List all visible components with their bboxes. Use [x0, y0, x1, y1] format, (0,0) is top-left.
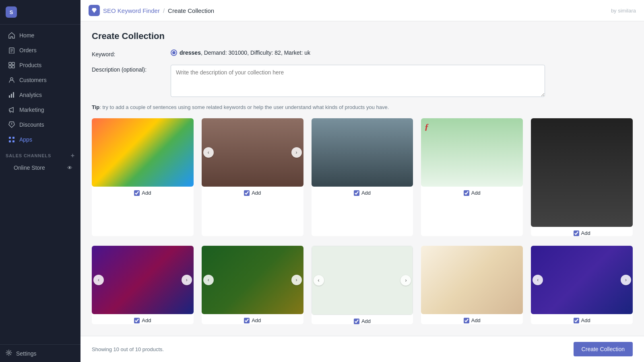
product-next-arrow-2[interactable]: ›	[291, 147, 302, 158]
eye-icon: 👁	[67, 165, 72, 171]
keyword-radio[interactable]	[171, 49, 177, 56]
product-add-label-2: Add	[252, 190, 261, 196]
product-checkbox-4[interactable]	[464, 190, 469, 196]
product-add-8: Add	[354, 318, 371, 324]
description-textarea[interactable]	[171, 65, 545, 97]
online-store-label: Online Store	[14, 165, 45, 171]
sidebar-item-label-products: Products	[19, 62, 41, 68]
product-image-5	[531, 118, 633, 227]
product-add-label-7: Add	[252, 317, 261, 323]
product-prev-arrow-8[interactable]: ‹	[314, 275, 324, 286]
product-image-9	[421, 246, 523, 314]
product-checkbox-10[interactable]	[574, 318, 579, 323]
product-prev-arrow-7[interactable]: ‹	[203, 275, 214, 285]
product-add-4: Add	[464, 190, 481, 196]
product-card-5: Add	[531, 118, 633, 236]
sidebar: S Home Orders Products Customers	[0, 0, 80, 362]
sidebar-item-label-analytics: Analytics	[19, 92, 42, 98]
product-add-label-4: Add	[471, 190, 481, 196]
product-image-7: ‹ ›	[202, 246, 303, 314]
svg-point-17	[8, 352, 10, 354]
svg-rect-10	[11, 94, 12, 98]
sidebar-item-marketing[interactable]: Marketing	[2, 103, 78, 117]
product-checkbox-7[interactable]	[244, 318, 250, 323]
product-image-8: ‹ ›	[312, 246, 413, 315]
product-checkbox-2[interactable]	[244, 190, 250, 196]
sidebar-item-products[interactable]: Products	[2, 58, 78, 72]
keyword-value: dresses, Demand: 301000, Difficulty: 82,…	[171, 49, 310, 56]
product-next-arrow-8[interactable]: ›	[400, 275, 411, 286]
product-checkbox-8[interactable]	[354, 319, 359, 324]
apps-icon	[8, 136, 15, 143]
product-image-1	[92, 118, 194, 187]
product-checkbox-3[interactable]	[354, 190, 359, 196]
sidebar-item-customers[interactable]: Customers	[2, 73, 78, 87]
svg-rect-13	[9, 137, 11, 139]
sidebar-item-home[interactable]: Home	[2, 28, 78, 43]
product-add-label-1: Add	[142, 190, 151, 196]
settings-icon	[6, 350, 12, 357]
product-card-2: ‹ › Add	[202, 118, 303, 236]
product-add-label-3: Add	[361, 190, 371, 196]
sidebar-item-label-apps: Apps	[19, 136, 32, 143]
product-prev-arrow-2[interactable]: ‹	[203, 147, 214, 158]
product-checkbox-9[interactable]	[464, 318, 469, 323]
product-checkbox-6[interactable]	[134, 318, 140, 323]
create-collection-button[interactable]: Create Collection	[574, 342, 633, 356]
product-card-6: ‹ › Add	[92, 246, 194, 324]
product-add-label-10: Add	[581, 317, 590, 323]
app-name: SEO Keyword Finder	[103, 7, 160, 14]
product-prev-arrow-6[interactable]: ‹	[93, 275, 104, 285]
product-add-3: Add	[354, 190, 371, 196]
svg-rect-4	[9, 62, 11, 65]
product-next-arrow-10[interactable]: ›	[621, 275, 631, 285]
sidebar-item-orders[interactable]: Orders	[2, 43, 78, 58]
product-add-5: Add	[574, 230, 590, 236]
bottom-bar: Showing 10 out of 10 products. Create Co…	[80, 336, 644, 362]
current-page-title: Create Collection	[168, 7, 214, 14]
description-label: Description (optional):	[92, 65, 164, 73]
app-icon	[89, 5, 100, 16]
keyword-label: Keyword:	[92, 49, 164, 58]
product-card-4: ƒ Add	[421, 118, 523, 236]
product-add-6: Add	[134, 317, 151, 323]
svg-rect-7	[12, 66, 14, 68]
sidebar-item-apps[interactable]: Apps	[2, 132, 78, 147]
tip-text: Tip: try to add a couple of sentences us…	[92, 104, 633, 110]
product-next-arrow-7[interactable]: ›	[291, 275, 302, 285]
sidebar-item-label-home: Home	[19, 32, 34, 39]
product-add-1: Add	[134, 190, 151, 196]
products-icon	[8, 62, 15, 69]
products-grid-row1: Add ‹ › Add	[92, 118, 633, 236]
showing-text: Showing 10 out of 10 products.	[92, 346, 164, 352]
product-next-arrow-6[interactable]: ›	[182, 275, 192, 285]
main-area: SEO Keyword Finder / Create Collection b…	[80, 0, 644, 362]
product-add-label-5: Add	[581, 230, 590, 236]
product-add-label-8: Add	[361, 318, 371, 324]
keyword-row: Keyword: dresses, Demand: 301000, Diffic…	[92, 49, 633, 58]
settings-label: Settings	[16, 350, 37, 357]
customers-icon	[8, 76, 15, 84]
svg-rect-14	[12, 137, 14, 139]
sidebar-item-analytics[interactable]: Analytics	[2, 88, 78, 102]
discounts-icon	[8, 121, 15, 128]
product-checkbox-1[interactable]	[134, 190, 140, 196]
svg-rect-15	[9, 140, 11, 142]
product-card-8: ‹ › Add	[312, 246, 413, 324]
product-image-3	[312, 118, 413, 187]
add-sales-channel-button[interactable]: +	[71, 152, 75, 159]
sidebar-item-online-store[interactable]: Online Store 👁	[2, 161, 78, 174]
sidebar-item-discounts[interactable]: Discounts	[2, 117, 78, 132]
product-add-9: Add	[464, 317, 481, 323]
analytics-icon	[8, 91, 15, 99]
orders-icon	[8, 47, 15, 54]
content-area: Create Collection Keyword: dresses, Dema…	[80, 21, 644, 336]
sidebar-item-settings[interactable]: Settings	[0, 344, 80, 362]
topbar: SEO Keyword Finder / Create Collection b…	[80, 0, 644, 21]
sidebar-nav: Home Orders Products Customers Analytics	[0, 25, 80, 344]
marketing-icon	[8, 106, 15, 113]
product-prev-arrow-10[interactable]: ‹	[533, 275, 543, 285]
keyword-text: dresses, Demand: 301000, Difficulty: 82,…	[180, 49, 310, 56]
product-checkbox-5[interactable]	[574, 230, 579, 236]
product-image-4: ƒ	[421, 118, 523, 187]
